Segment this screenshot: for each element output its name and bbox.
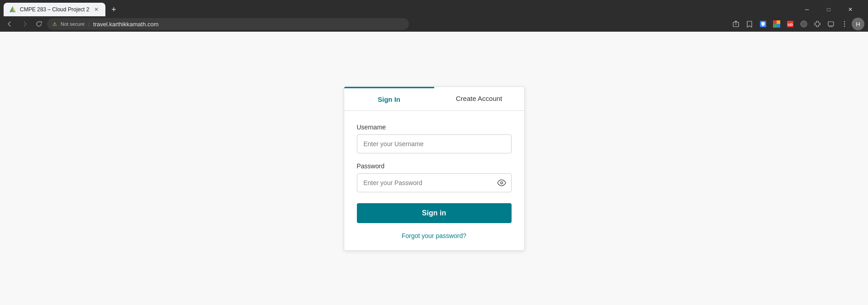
card-body: Username Password Sign in	[344, 111, 524, 250]
more-options-icon[interactable]	[838, 18, 851, 30]
username-label: Username	[357, 124, 512, 131]
url-separator: |	[88, 21, 90, 27]
minimize-button[interactable]: ─	[797, 3, 817, 16]
page-content: Sign In Create Account Username Password	[0, 32, 868, 305]
svg-rect-4	[773, 20, 777, 24]
cast-icon[interactable]	[825, 18, 837, 30]
profile-avatar[interactable]: H	[852, 18, 864, 30]
browser-tab-active[interactable]: CMPE 283 – Cloud Project 2 ✕	[4, 3, 105, 16]
svg-rect-6	[773, 24, 777, 28]
svg-point-12	[844, 21, 845, 22]
svg-point-10	[801, 21, 807, 27]
tab-title: CMPE 283 – Cloud Project 2	[20, 6, 89, 13]
svg-point-15	[500, 181, 503, 184]
security-text: Not secure	[61, 21, 85, 27]
username-group: Username	[357, 124, 512, 153]
security-icon: ⚠	[52, 21, 57, 27]
back-button[interactable]	[4, 18, 16, 30]
sign-in-button[interactable]: Sign in	[357, 203, 512, 223]
window-controls: ─ □ ✕	[797, 3, 864, 16]
address-bar[interactable]: ⚠ Not secure | travel.karthikkamath.com	[47, 18, 409, 30]
svg-rect-5	[777, 20, 780, 24]
svg-point-14	[844, 26, 845, 27]
tab-close-button[interactable]: ✕	[93, 6, 100, 13]
login-card: Sign In Create Account Username Password	[344, 86, 525, 251]
browser-chrome: CMPE 283 – Cloud Project 2 ✕ + ─ □ ✕ ⚠ N…	[0, 0, 868, 32]
toolbar-icons: UD H	[730, 18, 864, 30]
extensions-icon[interactable]	[811, 18, 824, 30]
forward-button[interactable]	[18, 18, 31, 30]
toolbar: ⚠ Not secure | travel.karthikkamath.com	[0, 16, 868, 32]
password-input[interactable]	[357, 173, 512, 192]
svg-point-13	[844, 24, 845, 24]
extension-shield-icon[interactable]	[757, 18, 769, 30]
circle-extension-icon[interactable]	[797, 18, 810, 30]
tab-sign-in[interactable]: Sign In	[344, 87, 434, 110]
close-button[interactable]: ✕	[840, 3, 861, 16]
share-icon[interactable]	[730, 18, 742, 30]
ud-extension-icon[interactable]: UD	[784, 18, 797, 30]
card-tabs: Sign In Create Account	[344, 87, 524, 111]
svg-text:UD: UD	[787, 23, 793, 27]
password-group: Password	[357, 162, 512, 192]
maximize-button[interactable]: □	[818, 3, 839, 16]
eye-icon	[497, 178, 506, 187]
url-text: travel.karthikkamath.com	[93, 21, 159, 28]
password-label: Password	[357, 162, 512, 170]
svg-rect-7	[777, 24, 780, 28]
colorpicker-icon[interactable]	[770, 18, 783, 30]
toggle-password-visibility-button[interactable]	[497, 178, 506, 187]
bookmark-icon[interactable]	[743, 18, 756, 30]
password-wrapper	[357, 173, 512, 192]
tab-create-account[interactable]: Create Account	[434, 87, 524, 110]
tab-favicon	[9, 6, 16, 13]
forgot-password-link[interactable]: Forgot your password?	[357, 232, 512, 239]
tab-bar: CMPE 283 – Cloud Project 2 ✕ + ─ □ ✕	[0, 0, 868, 16]
svg-rect-11	[828, 22, 834, 26]
new-tab-button[interactable]: +	[107, 3, 120, 16]
reload-button[interactable]	[33, 18, 45, 30]
username-input[interactable]	[357, 134, 512, 153]
